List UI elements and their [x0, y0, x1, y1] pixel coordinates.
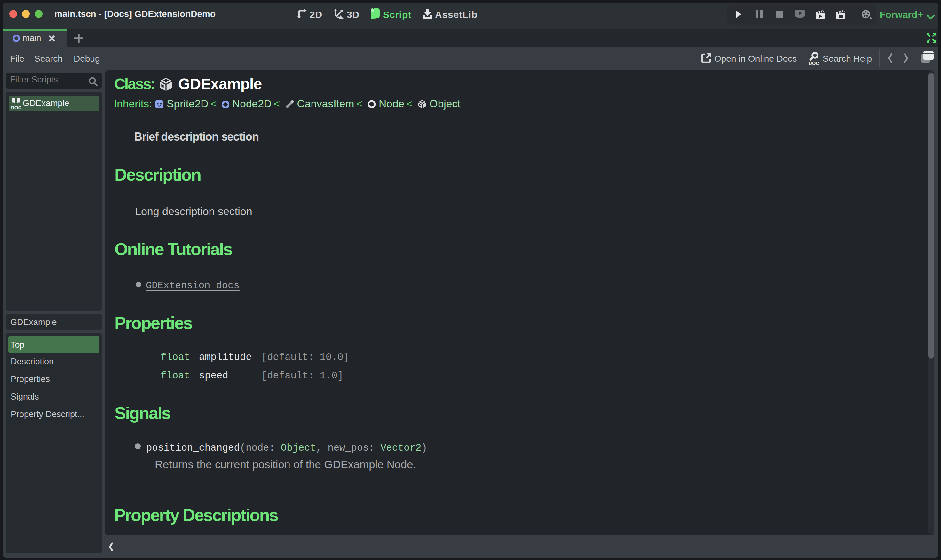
svg-text:DOC: DOC	[11, 105, 22, 110]
svg-text:DOC: DOC	[808, 60, 819, 66]
